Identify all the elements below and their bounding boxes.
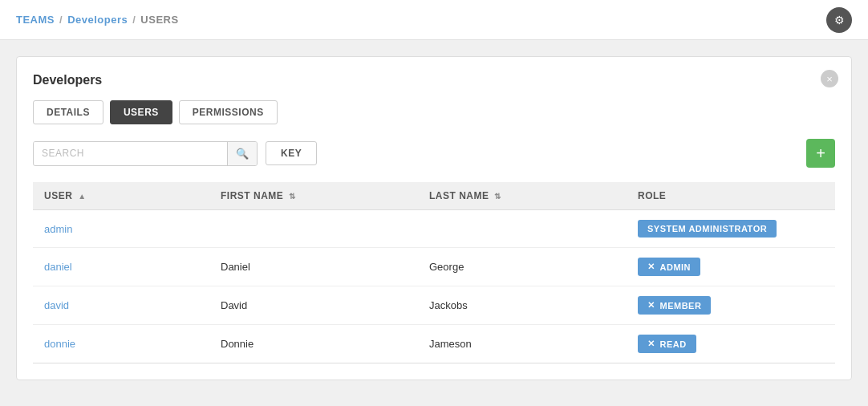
cell-first-1: Daniel bbox=[209, 248, 418, 286]
cell-user-0: admin bbox=[33, 210, 209, 248]
cell-last-3: Jameson bbox=[418, 325, 627, 363]
cell-role-2: ✕MEMBER bbox=[627, 286, 835, 325]
role-badge-0[interactable]: SYSTEM ADMINISTRATOR bbox=[638, 220, 777, 238]
cell-last-1: George bbox=[418, 248, 627, 286]
cell-first-3: Donnie bbox=[209, 325, 418, 363]
badge-x-2[interactable]: ✕ bbox=[647, 300, 655, 311]
profile-icon[interactable]: ⚙ bbox=[826, 7, 852, 33]
search-button[interactable]: 🔍 bbox=[227, 142, 257, 165]
table-header-row: USER ▲ FIRST NAME ⇅ LAST NAME ⇅ ROLE bbox=[33, 182, 835, 210]
card-title: Developers bbox=[33, 73, 835, 87]
tab-details[interactable]: DETAILS bbox=[33, 100, 103, 124]
table-row: adminSYSTEM ADMINISTRATOR bbox=[33, 210, 835, 248]
key-button[interactable]: KEY bbox=[266, 141, 317, 165]
role-label-2: MEMBER bbox=[660, 301, 702, 311]
user-link-0[interactable]: admin bbox=[44, 223, 72, 235]
search-input[interactable] bbox=[34, 142, 227, 164]
cell-role-1: ✕ADMIN bbox=[627, 248, 835, 286]
search-wrapper: 🔍 bbox=[33, 141, 258, 166]
cell-last-0 bbox=[418, 210, 627, 248]
breadcrumb-sep-1: / bbox=[59, 14, 63, 26]
role-badge-3[interactable]: ✕READ bbox=[638, 335, 696, 353]
main-content: Developers × DETAILS USERS PERMISSIONS 🔍… bbox=[0, 40, 868, 396]
col-header-user: USER ▲ bbox=[33, 182, 209, 210]
col-header-last-name: LAST NAME ⇅ bbox=[418, 182, 627, 210]
top-bar: TEAMS / Developers / USERS ⚙ bbox=[0, 0, 868, 40]
cell-role-0: SYSTEM ADMINISTRATOR bbox=[627, 210, 835, 248]
breadcrumb: TEAMS / Developers / USERS bbox=[16, 14, 179, 26]
add-button[interactable]: + bbox=[806, 139, 835, 168]
cell-user-2: david bbox=[33, 286, 209, 325]
user-link-1[interactable]: daniel bbox=[44, 261, 72, 273]
role-badge-1[interactable]: ✕ADMIN bbox=[638, 258, 700, 276]
last-name-sort-icon: ⇅ bbox=[494, 192, 501, 201]
table-row: danielDanielGeorge✕ADMIN bbox=[33, 248, 835, 286]
cell-first-2: David bbox=[209, 286, 418, 325]
close-button[interactable]: × bbox=[821, 70, 838, 87]
role-label-3: READ bbox=[660, 339, 687, 349]
breadcrumb-users: USERS bbox=[140, 14, 178, 26]
breadcrumb-teams[interactable]: TEAMS bbox=[16, 14, 55, 26]
tab-users[interactable]: USERS bbox=[110, 100, 172, 124]
users-table: USER ▲ FIRST NAME ⇅ LAST NAME ⇅ ROLE bbox=[33, 182, 835, 363]
first-name-sort-icon: ⇅ bbox=[289, 192, 296, 201]
user-link-3[interactable]: donnie bbox=[44, 338, 75, 350]
cell-first-0 bbox=[209, 210, 418, 248]
col-header-first-name: FIRST NAME ⇅ bbox=[209, 182, 418, 210]
breadcrumb-developers[interactable]: Developers bbox=[67, 14, 128, 26]
table-row: davidDavidJackobs✕MEMBER bbox=[33, 286, 835, 325]
table-header: USER ▲ FIRST NAME ⇅ LAST NAME ⇅ ROLE bbox=[33, 182, 835, 210]
badge-x-1[interactable]: ✕ bbox=[647, 262, 655, 272]
tab-permissions[interactable]: PERMISSIONS bbox=[179, 100, 278, 124]
breadcrumb-sep-2: / bbox=[132, 14, 136, 26]
cell-user-1: daniel bbox=[33, 248, 209, 286]
cell-role-3: ✕READ bbox=[627, 325, 835, 363]
table-body: adminSYSTEM ADMINISTRATORdanielDanielGeo… bbox=[33, 210, 835, 363]
role-badge-2[interactable]: ✕MEMBER bbox=[638, 296, 711, 315]
user-link-2[interactable]: david bbox=[44, 299, 69, 311]
table-row: donnieDonnieJameson✕READ bbox=[33, 325, 835, 363]
search-row: 🔍 KEY + bbox=[33, 139, 835, 168]
cell-user-3: donnie bbox=[33, 325, 209, 363]
role-label-1: ADMIN bbox=[660, 262, 692, 272]
col-header-role: ROLE bbox=[627, 182, 835, 210]
tab-bar: DETAILS USERS PERMISSIONS bbox=[33, 100, 835, 124]
badge-x-3[interactable]: ✕ bbox=[647, 339, 655, 349]
role-label-0: SYSTEM ADMINISTRATOR bbox=[647, 224, 767, 233]
card: Developers × DETAILS USERS PERMISSIONS 🔍… bbox=[16, 56, 852, 380]
user-sort-icon: ▲ bbox=[78, 192, 86, 201]
cell-last-2: Jackobs bbox=[418, 286, 627, 325]
